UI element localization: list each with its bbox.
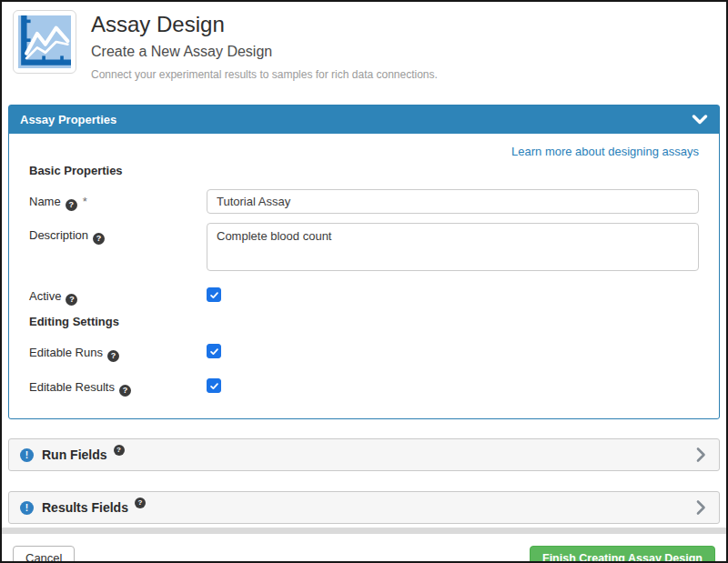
editable-results-row: Editable Results? (29, 375, 699, 397)
info-icon: ! (20, 448, 34, 462)
help-icon[interactable]: ? (93, 233, 105, 245)
help-icon[interactable]: ? (114, 445, 125, 456)
help-icon[interactable]: ? (107, 350, 119, 362)
editable-runs-label: Editable Runs? (29, 340, 207, 362)
page-header: Assay Design Create a New Assay Design C… (2, 2, 726, 81)
help-icon[interactable]: ? (66, 294, 77, 306)
editable-runs-checkbox[interactable] (207, 344, 221, 358)
name-row: Name?* (29, 189, 699, 214)
run-fields-title: Run Fields (42, 447, 107, 462)
info-icon: ! (20, 501, 34, 515)
results-fields-title: Results Fields (42, 500, 128, 515)
assay-properties-panel: Assay Properties Learn more about design… (8, 105, 720, 419)
cancel-button[interactable]: Cancel (13, 546, 75, 563)
page-description: Connect your experimental results to sam… (91, 68, 438, 81)
assay-properties-panel-header[interactable]: Assay Properties (9, 106, 719, 134)
editable-runs-row: Editable Runs? (29, 340, 699, 362)
page-title: Assay Design (91, 12, 438, 37)
active-row: Active? (29, 284, 699, 306)
editable-results-checkbox[interactable] (207, 378, 221, 393)
editable-results-label: Editable Results? (29, 375, 207, 397)
assay-design-icon (13, 10, 76, 74)
run-fields-panel[interactable]: ! Run Fields ? (8, 438, 720, 471)
footer-bar: Cancel Finish Creating Assay Design (2, 534, 726, 563)
assay-properties-title: Assay Properties (20, 113, 116, 126)
name-input[interactable] (207, 189, 699, 214)
help-icon[interactable]: ? (135, 498, 146, 508)
check-icon (209, 347, 219, 357)
active-label: Active? (29, 284, 207, 306)
description-label: Description? (29, 223, 207, 245)
check-icon (209, 290, 219, 300)
help-icon[interactable]: ? (66, 199, 77, 211)
learn-more-link[interactable]: Learn more about designing assays (29, 145, 699, 158)
finish-creating-assay-design-button[interactable]: Finish Creating Assay Design (530, 546, 715, 563)
name-label: Name?* (29, 189, 207, 211)
chevron-right-icon (696, 447, 706, 463)
description-textarea[interactable]: Complete blood count (207, 223, 699, 271)
results-fields-panel[interactable]: ! Results Fields ? (8, 491, 720, 524)
required-marker: * (83, 195, 87, 208)
assay-properties-panel-body: Learn more about designing assays Basic … (9, 134, 719, 418)
check-icon (209, 381, 219, 391)
chevron-right-icon (696, 499, 706, 516)
description-row: Description? Complete blood count (29, 223, 699, 275)
chevron-down-icon (692, 115, 708, 126)
editing-settings-heading: Editing Settings (29, 315, 699, 329)
line-chart-icon (18, 15, 71, 68)
page-subtitle: Create a New Assay Design (91, 44, 438, 60)
help-icon[interactable]: ? (119, 385, 131, 397)
active-checkbox[interactable] (207, 287, 221, 302)
basic-properties-heading: Basic Properties (29, 164, 699, 178)
footer-separator (2, 528, 726, 534)
